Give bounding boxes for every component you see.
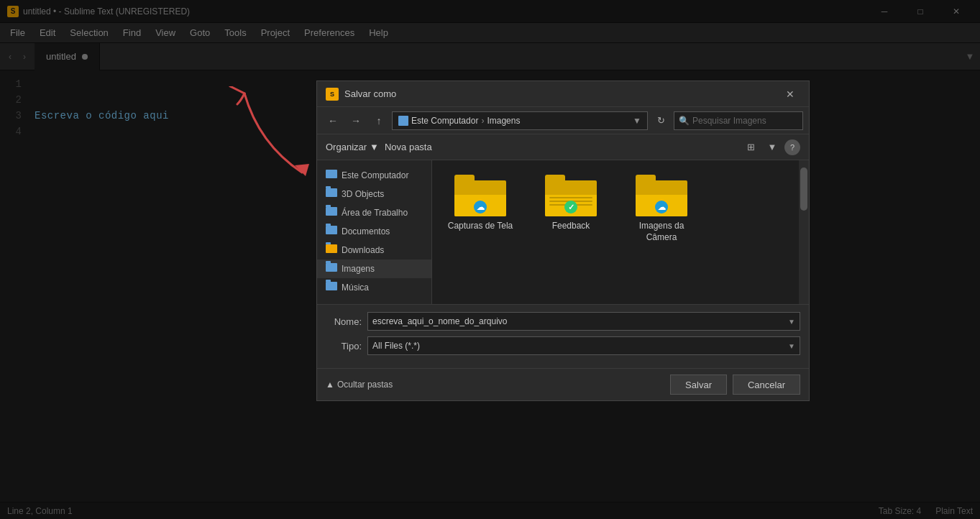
organize-button[interactable]: Organizar ▼ [326,142,379,152]
file-item-feedback[interactable]: ✓ Feedback [531,169,610,249]
hide-folders-chevron: ▲ [326,380,334,390]
file-grid-area: ☁ Capturas de Tela [432,160,809,304]
type-label: Tipo: [326,341,362,352]
dialog-title-text: Salvar como [344,88,780,99]
hide-folders-label: Ocultar pastas [337,380,393,390]
folder-feedback-badge: ✓ [564,201,577,213]
help-button[interactable]: ? [784,139,800,155]
file-item-camera[interactable]: ☁ Imagens da Câmera [622,169,701,249]
type-dropdown[interactable]: All Files (*.*) ▼ [367,336,800,355]
actions-right: ⊞ ▼ ? [741,138,800,157]
folder-downloads-icon [326,244,337,256]
view-dropdown-button[interactable]: ▼ [763,138,782,157]
dialog-title-bar: S Salvar como ✕ [317,81,809,107]
breadcrumb-imagens: Imagens [487,116,520,126]
name-input[interactable] [372,316,788,326]
organize-chevron: ▼ [370,142,379,152]
sidebar-item-documents[interactable]: Documentos [317,222,431,241]
sidebar-computer-label: Este Computador [342,170,408,180]
up-button[interactable]: ↑ [369,111,389,131]
sidebar-item-music[interactable]: Música [317,278,431,297]
name-field-row: Nome: ▼ [326,312,800,331]
search-placeholder: Pesquisar Imagens [692,116,766,126]
sidebar-documents-label: Documentos [342,226,390,236]
new-folder-button[interactable]: Nova pasta [385,142,432,152]
dialog-sidebar: Este Computador 3D Objects Área de Traba… [317,160,432,304]
folder-capturas-badge: ☁ [474,201,487,213]
folder-desktop-icon [326,207,337,219]
breadcrumb-dropdown[interactable]: ▼ [633,116,641,126]
type-dropdown-arrow[interactable]: ▼ [788,342,795,350]
name-label: Nome: [326,316,362,327]
dialog-actions: ▲ Ocultar pastas Salvar Cancelar [317,368,809,400]
folder-music-icon [326,282,337,293]
sidebar-item-3d[interactable]: 3D Objects [317,185,431,203]
file-grid: ☁ Capturas de Tela [432,160,809,257]
folder-documents-icon [326,226,337,237]
organize-label: Organizar [326,142,367,152]
computer-icon [326,170,337,181]
save-button[interactable]: Salvar [670,375,727,395]
scrollbar-thumb[interactable] [800,167,807,211]
actions-bar: Organizar ▼ Nova pasta ⊞ ▼ ? [317,134,809,160]
cancel-button[interactable]: Cancelar [733,375,800,395]
breadcrumb-icon [398,116,408,126]
name-dropdown-arrow[interactable]: ▼ [788,318,795,326]
folder-imagens-icon [326,263,337,275]
type-value: All Files (*.*) [372,341,420,351]
back-button[interactable]: ← [323,111,343,131]
folder-3d-icon [326,188,337,200]
hide-folders-button[interactable]: ▲ Ocultar pastas [326,380,393,390]
sidebar-music-label: Música [342,283,369,293]
file-camera-name: Imagens da Câmera [628,221,695,243]
sidebar-desktop-label: Área de Trabalho [342,208,408,218]
search-box[interactable]: 🔍 Pesquisar Imagens [674,111,803,130]
dialog-action-buttons: Salvar Cancelar [670,375,800,395]
file-feedback-name: Feedback [552,221,590,232]
view-toggle-button[interactable]: ⊞ [741,138,760,157]
save-dialog: S Salvar como ✕ ← → ↑ Este Computador › … [316,81,810,401]
refresh-button[interactable]: ↻ [651,111,671,131]
file-capturas-name: Capturas de Tela [448,221,513,232]
folder-camera-badge: ☁ [655,201,668,213]
sidebar-item-desktop[interactable]: Área de Trabalho [317,203,431,222]
dialog-icon: S [326,88,339,101]
forward-button[interactable]: → [346,111,366,131]
breadcrumb-computer: Este Computador [411,116,478,126]
dialog-bottom: Nome: ▼ Tipo: All Files (*.*) ▼ [317,304,809,368]
breadcrumb-chevron-1: › [481,116,484,126]
dialog-body: Este Computador 3D Objects Área de Traba… [317,160,809,304]
sidebar-item-imagens[interactable]: Imagens [317,260,431,278]
folder-camera-icon: ☁ [636,175,687,216]
sidebar-3d-label: 3D Objects [342,189,384,199]
sidebar-item-computer[interactable]: Este Computador [317,166,431,185]
dialog-scrollbar[interactable] [799,160,809,304]
dialog-close-button[interactable]: ✕ [780,84,800,104]
folder-capturas-icon: ☁ [454,175,506,216]
type-field-row: Tipo: All Files (*.*) ▼ [326,336,800,355]
sidebar-downloads-label: Downloads [342,245,384,255]
sidebar-imagens-label: Imagens [342,264,375,274]
breadcrumb-bar[interactable]: Este Computador › Imagens ▼ [392,111,648,130]
name-input-wrapper[interactable]: ▼ [367,312,800,331]
folder-feedback-icon: ✓ [545,175,597,216]
file-item-capturas[interactable]: ☁ Capturas de Tela [441,169,520,249]
search-icon: 🔍 [679,116,690,126]
dialog-toolbar: ← → ↑ Este Computador › Imagens ▼ ↻ 🔍 Pe… [317,107,809,134]
sidebar-item-downloads[interactable]: Downloads [317,241,431,260]
